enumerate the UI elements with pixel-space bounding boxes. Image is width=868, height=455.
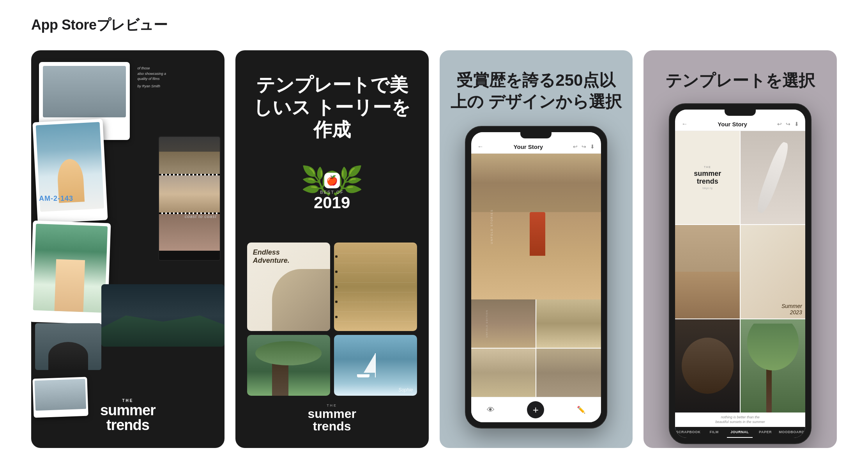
eye-icon[interactable]: 👁 [487,405,495,414]
card3-title: 受賞歴を誇る250点以上の デザインから選択 [449,70,623,112]
phone4-header: ← Your Story ↩ ↪ ⬇ [675,117,805,131]
ea-text: EndlessAdventure. [253,248,324,265]
tab-paper[interactable]: PAPER [753,427,778,438]
card2-title: テンプレートで美しいス トーリーを作成 [247,74,417,141]
award-section: 🌿 🌿 🍎 BEST OF 2019 [301,161,363,223]
location-tag: AM-2-143 [39,195,73,203]
coast-label: coast to coast [185,214,217,219]
card4-title: テンプレートを選択 [665,70,815,92]
tab-moodboard[interactable]: MOODBOARD [778,427,805,438]
card-1: MONTAUK NEW YORK of thosealso showcasing… [31,50,225,448]
tab-bar[interactable]: SCRAPBOOK FILM JOURNAL PAPER MOODBOARD [675,427,805,438]
page-container: App Storeプレビュー MONTAUK NEW YORK [0,0,868,455]
nothing-text: nothing is better than thebeautiful suns… [679,415,801,425]
phone-3-mockup: ← Your Story ↩ ↪ ⬇ [465,126,608,428]
card-2: テンプレートで美しいス トーリーを作成 🌿 🌿 🍎 [235,50,429,448]
card1-summer: summertrends [39,403,217,432]
phone-4-mockup: ← Your Story ↩ ↪ ⬇ THE [669,103,811,444]
tab-film[interactable]: FILM [701,427,727,438]
add-button[interactable]: + [527,401,544,418]
pencil-icon[interactable]: ✏️ [577,405,585,414]
sail-caption: Sophie [398,387,413,393]
award-year: 2019 [314,195,350,211]
screenshots-row: MONTAUK NEW YORK of thosealso showcasing… [31,50,837,448]
page-title: App Storeプレビュー [31,16,837,35]
tab-scrapbook[interactable]: SCRAPBOOK [675,427,701,438]
card-3: 受賞歴を誇る250点以上の デザインから選択 ← Your Story [440,50,633,448]
card-4: テンプレートを選択 ← Your Story ↩ [643,50,837,448]
tab-journal[interactable]: JOURNAL [727,427,753,438]
phone3-header: ← Your Story ↩ ↪ ⬇ [471,140,601,154]
